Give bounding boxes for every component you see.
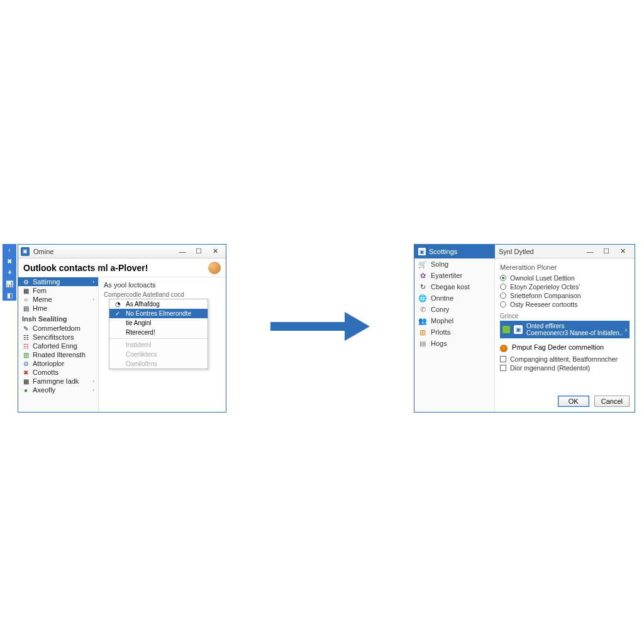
sidebar-item-icon: ☷ [22, 342, 30, 350]
maximize-button[interactable]: ☐ [598, 245, 614, 258]
maximize-button[interactable]: ☐ [191, 245, 207, 258]
settings-sidebar-item[interactable]: ✆Conry [414, 304, 494, 315]
sidebar-item-icon: ✎ [22, 325, 30, 332]
sidebar-item[interactable]: ▤Hme [18, 304, 98, 313]
row-badge-icon [502, 326, 510, 333]
sidebar-item[interactable]: ●Axeofly› [18, 386, 98, 394]
sidebar-item-icon: ☷ [22, 333, 30, 341]
sidebar-item[interactable]: ▥Rnated Ilterensth [18, 350, 98, 359]
close-button[interactable]: ✕ [614, 245, 631, 258]
settings-sidebar-item[interactable]: ▤Hogs [414, 338, 494, 349]
context-menu: ◔As Afhafdog✓No Eontres Elmerondtetie An… [109, 299, 208, 369]
sidebar-item-icon: ▦ [22, 377, 30, 385]
warning-icon: ! [500, 345, 508, 352]
checkbox-icon [500, 356, 506, 362]
vtool-item[interactable]: ⚘ [3, 267, 16, 278]
settings-sidebar-item[interactable]: 🌐Onntne [414, 292, 494, 304]
radio-option[interactable]: Ownolol Luset Dettion [500, 274, 630, 282]
radio-label: Sriettefonn Companison [510, 292, 581, 299]
sidebar-item-label: Fom [33, 287, 47, 294]
sidebar-item-label: Meme [33, 296, 52, 303]
menu-item-label: tie Anginl [126, 319, 152, 326]
sidebar-item-icon: ▤ [418, 339, 427, 348]
sidebar-item[interactable]: ▦Fammgne Iadk› [18, 377, 98, 386]
vtool-item[interactable]: ✖ [3, 255, 16, 267]
selected-row[interactable]: ▣ Onted effirers Coemeonercr3 Nanee-of I… [500, 321, 630, 338]
radio-icon [500, 275, 506, 281]
sidebar-item-icon: 🛒 [418, 260, 427, 269]
sidebar: ⚙Sattimng›▦Fom○Meme›▤HmeInsh Sealiting✎C… [18, 277, 99, 412]
radio-icon [500, 284, 506, 290]
settings-sidebar-item[interactable]: 🛒Solng [414, 258, 494, 270]
vertical-toolbar: ‹ ✖ ⚘ 📊 ◧ [3, 244, 16, 301]
sidebar-item-icon: ✆ [418, 305, 427, 314]
radio-icon [500, 301, 506, 308]
menu-item[interactable]: Coerliktecs [109, 350, 208, 359]
radio-option[interactable]: Osty Reeseer cortootts [500, 300, 630, 309]
info-text: Pmput Fag Deder commeltion [512, 343, 604, 351]
main-window: ▣ Omine — ☐ ✕ Outlook contacts ml a-Plov… [18, 244, 226, 413]
chevron-right-icon: › [92, 296, 94, 303]
close-button[interactable]: ✕ [207, 245, 223, 258]
menu-item-label: Instidernl [126, 341, 152, 348]
sidebar-item-icon: ● [22, 386, 30, 394]
content-pane: As yool loctoacts Compercodle Aatetland … [99, 277, 226, 412]
sidebar-item[interactable]: ☷Sencifitsctors [18, 333, 98, 341]
sidebar-item-label: Conry [431, 306, 449, 313]
section-label: Grince [500, 313, 630, 319]
sidebar-item-label: Eyatertiter [431, 272, 462, 279]
settings-sidebar-item[interactable]: ↻Cbegae kost [414, 281, 494, 292]
avatar[interactable] [208, 262, 221, 274]
sidebar-item[interactable]: ✖Comotts [18, 368, 98, 377]
menu-item-label: As Afhafdog [126, 301, 160, 308]
dialog-title-right-text: Synl Dytled [499, 248, 582, 255]
settings-sidebar-item[interactable]: ▥Prlotts [414, 326, 494, 338]
vtool-item[interactable]: ◧ [3, 289, 16, 301]
sidebar-item[interactable]: ⚙Attorioplor [18, 359, 98, 368]
cancel-button[interactable]: Cancel [594, 396, 630, 407]
vtool-item[interactable]: ‹ [3, 244, 16, 255]
radio-option[interactable]: Sriettefonn Companison [500, 291, 630, 300]
row-icon: ▣ [514, 325, 523, 334]
app-icon: ▣ [21, 247, 30, 256]
group-title: Mererattion Ploner [500, 264, 630, 271]
radio-option[interactable]: Etoyn Zoperieloy Octes' [500, 282, 630, 291]
sidebar-item-label: Rnated Ilterensth [33, 351, 86, 358]
menu-item-label: Owniloftrns [126, 360, 157, 367]
menu-item[interactable]: Rterecerd! [109, 328, 208, 337]
settings-icon: ▣ [418, 248, 426, 255]
sidebar-item[interactable]: ○Meme› [18, 295, 98, 304]
vtool-item[interactable]: 📊 [3, 278, 16, 289]
sidebar-item-label: Fammgne Iadk [33, 377, 79, 385]
sidebar-item-icon: ⚙ [22, 278, 30, 286]
ok-button[interactable]: OK [558, 396, 589, 407]
sidebar-item-label: Onntne [431, 294, 453, 302]
sidebar-item[interactable]: ⚙Sattimng› [18, 277, 98, 286]
sidebar-item-label: Comotts [33, 369, 58, 376]
sidebar-item[interactable]: ☷Caforted Enng [18, 341, 98, 350]
chevron-right-icon: › [92, 378, 94, 384]
minimize-button[interactable]: — [582, 245, 598, 258]
settings-sidebar-item[interactable]: 👥Mophel [414, 315, 494, 326]
sidebar-item-label: Cbegae kost [431, 283, 470, 291]
sidebar-item-icon: ✖ [22, 369, 30, 376]
sidebar-item[interactable]: ✎Commerfetdom [18, 324, 98, 333]
menu-item[interactable]: ◔As Afhafdog [109, 299, 208, 309]
menu-item-icon: ✓ [113, 310, 122, 317]
info-row: ! Pmput Fag Deder commeltion [500, 343, 630, 352]
menu-item[interactable]: ✓No Eontres Elmerondte [109, 309, 208, 318]
menu-item[interactable]: Owniloftrns [109, 359, 208, 369]
checkbox-option[interactable]: Dior mgenannd (Rtedentot) [500, 364, 630, 372]
heading-bar: Outlook contacts ml a-Plover! [18, 258, 226, 277]
chevron-right-icon: › [625, 326, 627, 333]
settings-sidebar-item[interactable]: ✿Eyatertiter [414, 270, 494, 281]
chevron-right-icon: › [92, 387, 94, 393]
menu-item[interactable]: tie Anginl [109, 318, 208, 328]
checkbox-option[interactable]: Companging altitent, Beatfornnncher [500, 355, 630, 364]
sidebar-item-label: Caforted Enng [33, 342, 77, 350]
sidebar-item[interactable]: ▦Fom [18, 286, 98, 295]
sidebar-item-icon: ○ [22, 296, 30, 303]
checkbox-label: Companging altitent, Beatfornnncher [510, 355, 618, 363]
menu-item[interactable]: Instidernl [109, 340, 208, 350]
minimize-button[interactable]: — [174, 245, 191, 258]
